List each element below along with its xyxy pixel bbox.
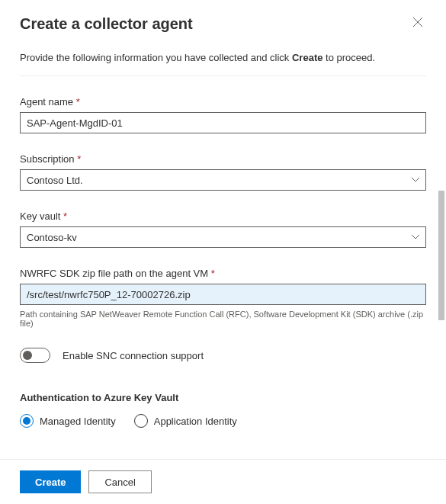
radio-managed-identity[interactable]: Managed Identity xyxy=(20,414,116,428)
agent-name-label: Agent name * xyxy=(20,96,426,108)
field-key-vault: Key vault * Contoso-kv xyxy=(20,210,426,248)
required-mark: * xyxy=(76,96,80,108)
scrollbar-track[interactable] xyxy=(435,46,446,457)
radio-managed-label: Managed Identity xyxy=(40,416,116,427)
key-vault-select[interactable]: Contoso-kv xyxy=(20,226,426,248)
scrollbar-thumb[interactable] xyxy=(438,191,444,320)
key-vault-label: Key vault * xyxy=(20,210,426,222)
sdk-path-hint: Path containing SAP NetWeaver Remote Fun… xyxy=(20,310,426,328)
auth-radio-group: Managed Identity Application Identity xyxy=(20,414,426,428)
field-agent-name: Agent name * xyxy=(20,96,426,133)
required-mark: * xyxy=(63,210,67,222)
dialog-footer: Create Cancel xyxy=(0,459,446,504)
field-sdk-path: NWRFC SDK zip file path on the agent VM … xyxy=(20,268,426,328)
auth-section-title: Authentication to Azure Key Vault xyxy=(20,392,426,403)
intro-text: Provide the following information you ha… xyxy=(20,52,426,76)
dialog-content: Provide the following information you ha… xyxy=(0,40,446,451)
close-icon xyxy=(412,17,423,27)
sdk-path-label: NWRFC SDK zip file path on the agent VM … xyxy=(20,268,426,279)
dialog-header: Create a collector agent xyxy=(0,0,446,40)
toggle-knob xyxy=(23,351,32,360)
subscription-select[interactable]: Contoso Ltd. xyxy=(20,169,426,191)
field-subscription: Subscription * Contoso Ltd. xyxy=(20,153,426,191)
close-button[interactable] xyxy=(409,14,426,34)
cancel-button[interactable]: Cancel xyxy=(88,470,151,493)
radio-icon xyxy=(20,414,34,428)
snc-toggle-row: Enable SNC connection support xyxy=(20,348,426,363)
subscription-label: Subscription * xyxy=(20,153,426,165)
snc-toggle[interactable] xyxy=(20,348,50,363)
radio-icon xyxy=(134,414,148,428)
radio-application-identity[interactable]: Application Identity xyxy=(134,414,237,428)
required-mark: * xyxy=(77,153,81,165)
dialog-title: Create a collector agent xyxy=(20,15,193,33)
sdk-path-input[interactable] xyxy=(20,284,426,305)
required-mark: * xyxy=(211,268,215,279)
agent-name-input[interactable] xyxy=(20,112,426,133)
create-button[interactable]: Create xyxy=(20,470,81,493)
radio-application-label: Application Identity xyxy=(154,416,237,427)
snc-toggle-label: Enable SNC connection support xyxy=(63,350,204,361)
